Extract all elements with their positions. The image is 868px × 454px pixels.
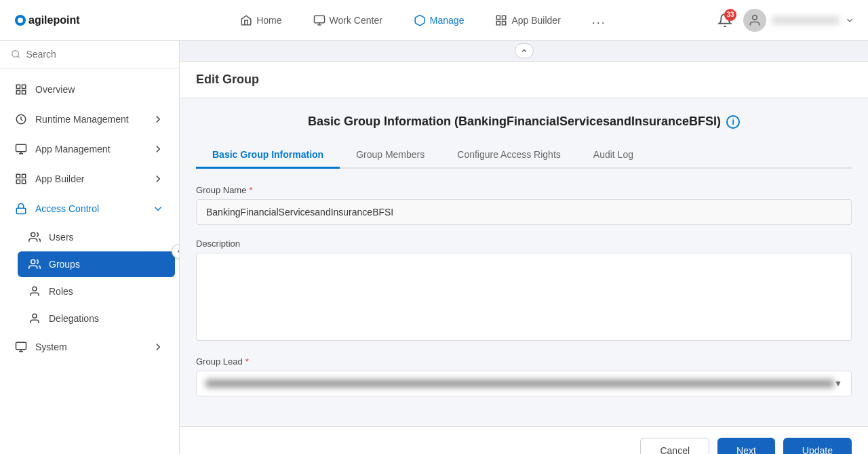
tab-basic[interactable]: Basic Group Information [196, 142, 340, 169]
form-title-basic: Basic Group Information [308, 115, 451, 128]
svg-rect-3 [314, 16, 324, 23]
update-button[interactable]: Update [783, 438, 852, 454]
sidebar-item-runtime[interactable]: Runtime Management [4, 105, 175, 133]
avatar [743, 9, 766, 32]
form-content: Basic Group Information (BankingFinancia… [180, 98, 868, 426]
description-label: Description [196, 239, 852, 249]
sidebar-item-roles[interactable]: Roles [18, 278, 175, 304]
svg-rect-17 [22, 174, 26, 178]
nav-right: 33 [717, 9, 854, 32]
info-icon[interactable]: i [726, 115, 740, 129]
cancel-button[interactable]: Cancel [640, 438, 709, 454]
group-name-label: Group Name * [196, 185, 852, 195]
sidebar-item-groups[interactable]: Groups [18, 251, 175, 277]
sidebar-item-groups-label: Groups [49, 259, 164, 270]
logo-svg: agilepoint [14, 10, 102, 30]
svg-rect-6 [497, 21, 500, 24]
svg-text:agilepoint: agilepoint [28, 14, 80, 26]
tab-audit[interactable]: Audit Log [577, 142, 650, 169]
svg-point-22 [31, 260, 35, 264]
description-label-text: Description [196, 239, 240, 249]
form-footer: Cancel Next Update [180, 426, 868, 454]
nav-home[interactable]: Home [235, 12, 287, 29]
page-header: Edit Group [180, 62, 868, 98]
chevron-right-icon4 [152, 341, 164, 353]
nav-appbuilder[interactable]: App Builder [490, 12, 566, 29]
tab-access[interactable]: Configure Access Rights [441, 142, 577, 169]
nav-more[interactable]: ... [587, 10, 612, 30]
group-lead-select[interactable] [196, 371, 852, 396]
sidebar-item-appbuilder[interactable]: App Builder [4, 165, 175, 193]
nav-manage[interactable]: Manage [408, 12, 470, 29]
svg-rect-19 [22, 180, 26, 184]
form-title-text: Basic Group Information (BankingFinancia… [308, 115, 721, 129]
sidebar-item-delegations[interactable]: Delegations [18, 306, 175, 331]
nav-more-label: ... [592, 13, 606, 27]
tab-members[interactable]: Group Members [340, 142, 441, 169]
svg-point-24 [33, 314, 37, 318]
group-name-input[interactable] [196, 199, 852, 225]
sidebar-item-roles-label: Roles [49, 286, 164, 297]
svg-point-8 [753, 15, 757, 20]
description-input[interactable] [196, 253, 852, 341]
appmanagement-icon [15, 143, 27, 155]
form-title-group: BankingFinancialServicesandInsuranceBFSI [458, 115, 717, 128]
sidebar-item-system[interactable]: System [4, 333, 175, 361]
sidebar-item-appbuilder-label: App Builder [35, 173, 144, 184]
svg-rect-4 [497, 16, 500, 19]
group-name-field: Group Name * [196, 185, 852, 225]
collapse-top-button[interactable] [515, 43, 534, 58]
group-name-required: * [249, 185, 252, 195]
users-icon [28, 231, 41, 243]
sidebar-item-appmanagement[interactable]: App Management [4, 135, 175, 163]
sidebar: Overview Runtime Management App Manageme… [0, 41, 180, 454]
search-icon [11, 49, 20, 60]
groups-icon [28, 258, 41, 270]
nav-workcenter-label: Work Center [330, 15, 382, 26]
svg-rect-7 [502, 21, 506, 24]
svg-point-9 [12, 51, 19, 58]
system-icon [15, 341, 27, 353]
notifications-button[interactable]: 33 [717, 13, 732, 28]
chevron-right-icon2 [152, 143, 164, 155]
svg-rect-5 [502, 16, 506, 19]
sidebar-item-accesscontrol[interactable]: Access Control [4, 194, 175, 223]
content-area: Edit Group Basic Group Information (Bank… [180, 41, 868, 454]
search-input[interactable] [26, 49, 168, 60]
sidebar-item-users[interactable]: Users [18, 224, 175, 250]
monitor-icon [313, 14, 326, 26]
home-icon [240, 14, 252, 26]
sidebar-nav: Overview Runtime Management App Manageme… [0, 68, 179, 368]
svg-rect-11 [22, 85, 26, 88]
tabs: Basic Group Information Group Members Co… [196, 142, 852, 169]
sidebar-item-users-label: Users [49, 232, 164, 243]
nav-appbuilder-label: App Builder [511, 15, 560, 26]
overview-icon [15, 83, 27, 96]
roles-icon [28, 285, 41, 297]
nav-manage-label: Manage [430, 15, 465, 26]
svg-rect-12 [16, 91, 20, 94]
appbuilder-icon [495, 14, 507, 26]
nav-workcenter[interactable]: Work Center [308, 12, 388, 29]
svg-rect-15 [16, 144, 26, 152]
chevron-down-icon [845, 16, 854, 25]
sidebar-item-overview[interactable]: Overview [4, 75, 175, 104]
sidebar-item-accesscontrol-label: Access Control [35, 203, 144, 214]
sidebar-item-delegations-label: Delegations [49, 313, 164, 324]
next-button[interactable]: Next [717, 438, 775, 454]
svg-rect-25 [16, 342, 26, 350]
group-lead-label-text: Group Lead [196, 356, 243, 367]
chevron-down-icon2 [152, 203, 164, 215]
svg-rect-10 [16, 85, 20, 88]
page-title: Edit Group [196, 73, 852, 87]
chevron-right-icon3 [152, 173, 164, 185]
chevron-up-icon [520, 47, 528, 55]
group-lead-wrapper: ▼ [196, 371, 852, 396]
notif-badge: 33 [724, 9, 736, 21]
sidebar-item-overview-label: Overview [35, 84, 164, 95]
user-menu[interactable] [743, 9, 854, 32]
runtime-icon [15, 113, 27, 125]
form-title-close: ) [717, 115, 721, 128]
logo: agilepoint [14, 10, 102, 30]
top-nav: agilepoint Home Work Center Manage App B… [0, 0, 868, 41]
